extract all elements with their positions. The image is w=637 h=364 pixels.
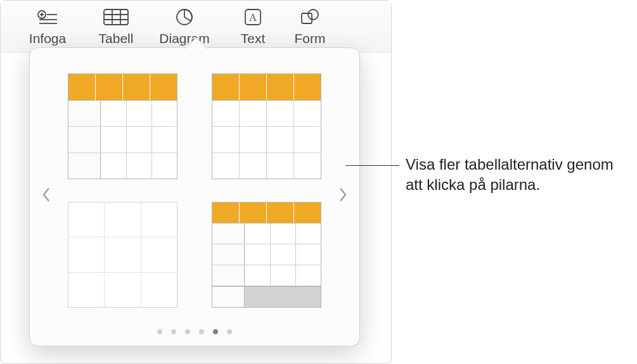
text-tool[interactable]: A Text (219, 4, 287, 49)
svg-text:A: A (249, 12, 257, 23)
table-popover (29, 47, 360, 346)
callout-line (345, 165, 399, 166)
popover-body (30, 48, 359, 346)
chart-icon (176, 7, 193, 27)
shape-label: Form (295, 31, 326, 46)
shape-tool[interactable]: Form (287, 4, 333, 49)
page-dot-3[interactable] (185, 329, 190, 334)
page-dot-2[interactable] (171, 329, 176, 334)
text-icon: A (244, 7, 262, 27)
page-dot-6[interactable] (227, 329, 232, 334)
table-style-2[interactable] (212, 73, 321, 179)
page-dots (157, 329, 232, 334)
shape-icon (300, 7, 319, 27)
table-style-grid (30, 48, 359, 346)
table-icon (103, 7, 129, 27)
insert-icon (37, 7, 58, 27)
page-dot-4[interactable] (199, 329, 204, 334)
prev-arrow[interactable] (35, 180, 58, 215)
svg-rect-6 (104, 9, 128, 25)
insert-label: Infoga (29, 31, 66, 46)
text-label: Text (241, 31, 266, 46)
insert-tool[interactable]: Infoga (13, 4, 82, 49)
next-arrow[interactable] (331, 180, 354, 215)
callout-text: Visa fler tabellalternativ genom att kli… (406, 154, 634, 196)
table-style-4[interactable] (212, 202, 321, 308)
app-window: Infoga Tabell Diagram (0, 0, 392, 364)
table-style-3[interactable] (68, 202, 177, 308)
table-label: Tabell (99, 31, 134, 46)
svg-point-15 (308, 9, 318, 20)
table-style-1[interactable] (68, 73, 177, 179)
table-tool[interactable]: Tabell (82, 4, 150, 49)
chart-tool[interactable]: Diagram (150, 4, 219, 49)
page-dot-1[interactable] (157, 329, 162, 334)
page-dot-5[interactable] (213, 329, 218, 334)
